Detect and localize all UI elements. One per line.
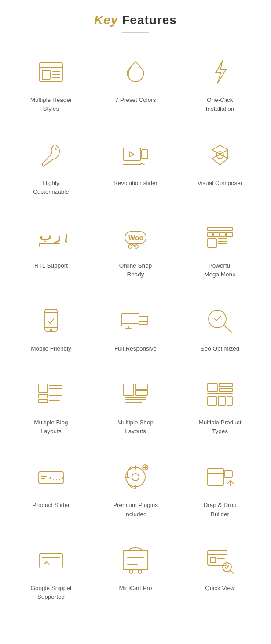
- svg-line-40: [223, 325, 231, 332]
- drag-drop-builder-icon: [202, 459, 238, 495]
- highly-customizable-icon: [33, 137, 69, 173]
- svg-rect-58: [219, 388, 232, 392]
- feature-item-premium-plugins: Premium PluginsIncluded: [93, 451, 178, 529]
- seo-optimized-label: Seo Optimized: [201, 344, 240, 353]
- one-click-installation-icon: [202, 54, 238, 90]
- premium-plugins-icon: [118, 459, 153, 495]
- svg-rect-43: [39, 399, 48, 403]
- feature-item-online-shop-ready: Woo Online ShopReady: [93, 211, 178, 290]
- feature-item-multiple-shop-layouts: Multiple ShopLayouts: [93, 368, 178, 447]
- svg-text:ع ر ب: ع ر ب: [40, 229, 67, 243]
- feature-item-one-click-installation: One-ClickInstallation: [178, 46, 262, 124]
- svg-rect-21: [208, 232, 213, 237]
- svg-rect-22: [214, 232, 219, 237]
- feature-item-multiple-header-styles: Multiple HeaderStyles: [9, 46, 93, 124]
- full-responsive-label: Full Responsive: [114, 344, 157, 353]
- svg-rect-60: [208, 396, 216, 406]
- svg-rect-25: [208, 239, 216, 247]
- svg-point-68: [132, 474, 139, 481]
- powerful-mega-menu-icon: [202, 220, 238, 255]
- svg-rect-56: [208, 383, 217, 392]
- page-wrapper: Key Features Multiple HeaderStyles 7 Pre…: [0, 0, 271, 630]
- svg-rect-50: [123, 384, 134, 395]
- revolution-slider-label: Revolution slider: [114, 179, 157, 188]
- revolution-slider-icon: [118, 137, 153, 173]
- mobile-friendly-label: Mobile Friendly: [31, 344, 71, 353]
- svg-rect-35: [139, 316, 148, 324]
- svg-rect-51: [136, 384, 148, 389]
- 7-preset-colors-icon: [118, 54, 153, 90]
- svg-rect-79: [40, 553, 62, 568]
- seo-optimized-icon: [202, 303, 238, 338]
- svg-point-17: [128, 245, 132, 248]
- svg-rect-20: [208, 227, 232, 231]
- svg-rect-41: [39, 384, 48, 393]
- svg-rect-61: [218, 396, 225, 406]
- multiple-header-styles-icon: [33, 54, 69, 90]
- svg-rect-90: [210, 557, 216, 563]
- multiple-blog-layouts-icon: [33, 377, 69, 412]
- feature-item-rtl-support: ع ر ب RTL Support: [9, 211, 93, 290]
- page-heading: Key Features: [9, 13, 262, 27]
- features-grid: Multiple HeaderStyles 7 Preset ColorsOne…: [9, 46, 262, 612]
- feature-item-google-snippet: Google SnippetSupported: [9, 534, 93, 612]
- svg-rect-8: [142, 150, 148, 159]
- 7-preset-colors-label: 7 Preset Colors: [115, 96, 156, 105]
- multiple-product-types-label: Multiple ProductTypes: [199, 418, 242, 436]
- visual-composer-label: Visual Composer: [198, 179, 243, 188]
- feature-item-quick-view: Quick View: [178, 534, 262, 612]
- minicart-pro-icon: [118, 543, 153, 578]
- feature-item-full-responsive: Full Responsive: [93, 294, 178, 364]
- title-key: Key: [94, 13, 118, 27]
- svg-rect-77: [224, 471, 232, 477]
- svg-rect-62: [227, 396, 232, 406]
- svg-point-32: [50, 329, 52, 331]
- svg-rect-42: [39, 394, 48, 398]
- feature-item-7-preset-colors: 7 Preset Colors: [93, 46, 178, 124]
- feature-item-revolution-slider: Revolution slider: [93, 129, 178, 207]
- rtl-support-icon: ع ر ب: [33, 220, 69, 255]
- multiple-shop-layouts-label: Multiple ShopLayouts: [117, 418, 154, 436]
- minicart-pro-label: MiniCart Pro: [119, 584, 152, 593]
- one-click-installation-label: One-ClickInstallation: [206, 96, 234, 114]
- feature-item-minicart-pro: MiniCart Pro: [93, 534, 178, 612]
- online-shop-ready-icon: Woo: [118, 220, 153, 255]
- svg-rect-52: [136, 390, 148, 395]
- feature-item-drag-drop-builder: Drap & DropBuilder: [178, 451, 262, 529]
- svg-rect-82: [123, 550, 148, 570]
- svg-point-84: [138, 570, 142, 573]
- feature-item-highly-customizable: HighlyCustomizable: [9, 129, 93, 207]
- svg-rect-24: [226, 232, 232, 237]
- quick-view-icon: [202, 543, 238, 578]
- feature-item-multiple-product-types: Multiple ProductTypes: [178, 368, 262, 447]
- svg-rect-7: [123, 148, 141, 160]
- highly-customizable-label: HighlyCustomizable: [33, 179, 69, 197]
- title-rest: Features: [118, 13, 177, 27]
- feature-item-seo-optimized: Seo Optimized: [178, 294, 262, 364]
- product-slider-label: Product Slider: [33, 501, 70, 510]
- rtl-support-label: RTL Support: [34, 261, 68, 270]
- svg-text:<...>: <...>: [48, 475, 64, 481]
- premium-plugins-label: Premium PluginsIncluded: [113, 501, 158, 519]
- mobile-friendly-icon: [33, 303, 69, 338]
- powerful-mega-menu-label: PowerfulMega Menu: [204, 261, 235, 279]
- feature-item-powerful-mega-menu: PowerfulMega Menu: [178, 211, 262, 290]
- page-title: Key Features: [9, 13, 262, 27]
- svg-text:Woo: Woo: [128, 234, 144, 242]
- svg-rect-2: [42, 70, 50, 79]
- google-snippet-label: Google SnippetSupported: [30, 584, 71, 602]
- google-snippet-icon: [33, 543, 69, 578]
- multiple-blog-layouts-label: Multiple BlogLayouts: [34, 418, 68, 436]
- feature-item-multiple-blog-layouts: Multiple BlogLayouts: [9, 368, 93, 447]
- multiple-header-styles-label: Multiple HeaderStyles: [30, 96, 72, 114]
- svg-rect-33: [121, 314, 139, 326]
- feature-item-product-slider: <...>Product Slider: [9, 451, 93, 529]
- multiple-product-types-icon: [202, 377, 238, 412]
- quick-view-label: Quick View: [205, 584, 234, 593]
- svg-line-94: [230, 570, 233, 573]
- multiple-shop-layouts-icon: [118, 377, 153, 412]
- svg-rect-57: [219, 383, 232, 387]
- svg-rect-75: [208, 468, 223, 486]
- svg-rect-23: [220, 232, 225, 237]
- visual-composer-icon: [202, 137, 238, 173]
